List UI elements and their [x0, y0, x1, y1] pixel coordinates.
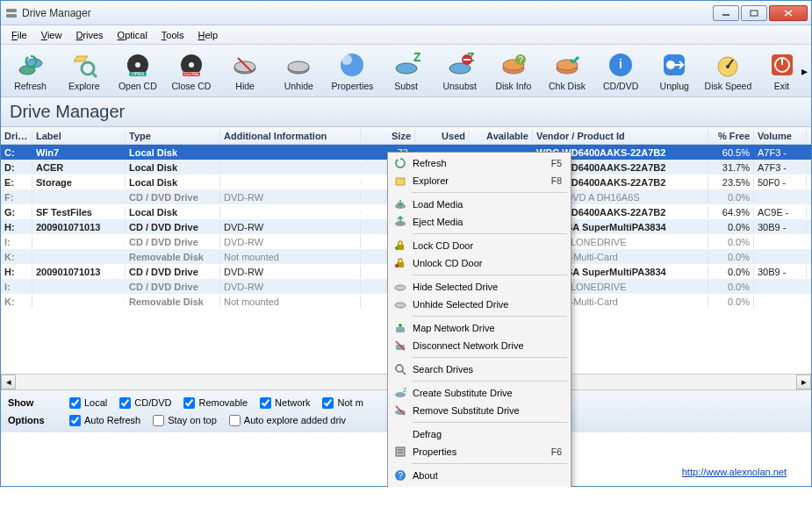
context-menu-unlock-cd-door[interactable]: Unlock CD Door: [390, 254, 569, 272]
svg-point-60: [396, 365, 403, 372]
explorer-icon: [393, 174, 407, 188]
page-heading: Drive Manager: [1, 97, 811, 127]
context-menu: RefreshF5ExplorerF8Load MediaEject Media…: [387, 152, 571, 487]
toolbar-diskinfo-button[interactable]: ?Disk Info: [489, 51, 537, 91]
context-menu-refresh[interactable]: RefreshF5: [390, 154, 569, 172]
diskspeed-icon: [714, 51, 742, 79]
context-menu-hide-selected-drive[interactable]: Hide Selected Drive: [390, 278, 569, 296]
svg-point-40: [666, 61, 675, 69]
maximize-button[interactable]: [741, 5, 767, 21]
context-menu-create-substitute-drive[interactable]: ZCreate Substitute Drive: [390, 384, 569, 402]
context-menu-lock-cd-door[interactable]: Lock CD Door: [390, 237, 569, 254]
svg-point-51: [395, 246, 399, 250]
column-header[interactable]: Used: [415, 130, 470, 142]
website-link[interactable]: http://www.alexnolan.net: [682, 467, 787, 477]
svg-point-54: [395, 285, 406, 290]
unlock-icon: [393, 256, 407, 270]
menu-view[interactable]: View: [34, 28, 69, 42]
column-header[interactable]: Label: [32, 130, 126, 142]
subst-icon: Z: [393, 386, 407, 400]
column-header[interactable]: Volume: [754, 130, 807, 142]
scroll-right-button[interactable]: ▸: [796, 375, 811, 389]
column-header[interactable]: Additional Information: [220, 130, 361, 142]
scroll-left-button[interactable]: ◂: [1, 375, 16, 389]
menubar: FileViewDrivesOpticalToolsHelp: [1, 25, 811, 45]
cddvd-icon: i: [607, 51, 635, 79]
menu-help[interactable]: Help: [191, 28, 226, 42]
column-header[interactable]: % Free: [708, 130, 754, 142]
context-menu-separator: [413, 233, 567, 234]
svg-line-61: [402, 371, 406, 375]
svg-point-8: [82, 62, 94, 75]
context-menu-load-media[interactable]: Load Media: [390, 196, 569, 213]
toolbar-hide-button[interactable]: Hide: [221, 51, 269, 91]
menu-tools[interactable]: Tools: [154, 28, 191, 42]
svg-text:CLOSE: CLOSE: [184, 71, 200, 76]
context-menu-eject-media[interactable]: Eject Media: [390, 213, 569, 231]
menu-drives[interactable]: Drives: [68, 28, 110, 42]
auto-explore-checkbox[interactable]: Auto explore added driv: [229, 415, 346, 426]
unhide-icon: [284, 51, 313, 79]
eject-icon: [393, 215, 407, 229]
svg-point-25: [396, 63, 417, 74]
exit-icon: [768, 51, 796, 79]
close-button[interactable]: [769, 5, 808, 21]
toolbar-explore-button[interactable]: Explore: [60, 51, 108, 91]
show-notmounted-checkbox[interactable]: Not m: [322, 397, 363, 409]
stay-on-top-checkbox[interactable]: Stay on top: [153, 415, 217, 426]
show-cddvd-checkbox[interactable]: CD/DVD: [119, 397, 171, 409]
toolbar-cddvd-button[interactable]: iCD/DVD: [597, 51, 645, 91]
toolbar-subst-button[interactable]: Z:Subst: [382, 51, 430, 91]
column-header[interactable]: Type: [126, 130, 220, 142]
chkdisk-icon: [553, 51, 581, 79]
auto-refresh-checkbox[interactable]: Auto Refresh: [69, 415, 140, 426]
context-menu-separator: [413, 275, 567, 275]
svg-rect-47: [396, 178, 405, 185]
toolbar-exit-button[interactable]: Exit: [758, 51, 806, 91]
toolbar-unhide-button[interactable]: Unhide: [275, 51, 323, 91]
context-menu-unhide-selected-drive[interactable]: Unhide Selected Drive: [390, 296, 569, 313]
svg-line-9: [92, 73, 97, 77]
toolbar-opencd-button[interactable]: OPENOpen CD: [113, 51, 162, 91]
unhide-icon: [393, 297, 407, 311]
column-header[interactable]: Vendor / Product Id: [533, 130, 708, 142]
svg-point-19: [234, 61, 255, 72]
titlebar[interactable]: Drive Manager: [1, 1, 811, 25]
column-header[interactable]: Size: [361, 130, 415, 142]
svg-text:OPEN: OPEN: [132, 71, 145, 76]
context-menu-defrag[interactable]: Defrag: [390, 425, 569, 443]
context-menu-explorer[interactable]: ExplorerF8: [390, 172, 569, 189]
toolbar-overflow[interactable]: ▸: [801, 64, 808, 78]
hide-icon: [231, 51, 259, 79]
show-network-checkbox[interactable]: Network: [260, 397, 310, 409]
show-removable-checkbox[interactable]: Removable: [183, 397, 248, 409]
toolbar-unplug-button[interactable]: Unplug: [650, 51, 699, 91]
show-local-checkbox[interactable]: Local: [69, 397, 107, 409]
toolbar-refresh-button[interactable]: Refresh: [6, 51, 54, 91]
column-header[interactable]: Drive: [1, 130, 32, 142]
context-menu-search-drives[interactable]: Search Drives: [390, 360, 569, 378]
menu-optical[interactable]: Optical: [111, 28, 154, 42]
unsubst-icon: [393, 403, 407, 418]
context-menu-properties[interactable]: PropertiesF6: [390, 443, 569, 460]
context-menu-about[interactable]: ?About: [390, 467, 569, 484]
grid-header[interactable]: DriveLabelTypeAdditional InformationSize…: [1, 127, 811, 145]
context-menu-map-network-drive[interactable]: Map Network Drive: [390, 319, 569, 337]
toolbar-diskspeed-button[interactable]: Disk Speed: [704, 51, 752, 91]
props-icon: [393, 445, 407, 459]
context-menu-remove-substitute-drive[interactable]: Remove Substitute Drive: [390, 402, 569, 419]
column-header[interactable]: Available: [470, 130, 533, 142]
toolbar-unsubst-button[interactable]: Z:Unsubst: [435, 51, 484, 91]
minimize-button[interactable]: [713, 5, 739, 21]
context-menu-separator: [413, 463, 567, 464]
toolbar-properties-button[interactable]: Properties: [328, 51, 377, 91]
context-menu-disconnect-network-drive[interactable]: Disconnect Network Drive: [390, 337, 569, 354]
svg-text:?: ?: [398, 471, 403, 481]
closecd-icon: CLOSE: [177, 51, 205, 79]
menu-file[interactable]: File: [4, 28, 34, 42]
toolbar-closecd-button[interactable]: CLOSEClose CD: [167, 51, 215, 91]
diskinfo-icon: ?: [499, 51, 528, 79]
svg-rect-56: [396, 327, 405, 332]
toolbar-chkdisk-button[interactable]: Chk Disk: [543, 51, 591, 91]
svg-point-57: [399, 324, 402, 327]
